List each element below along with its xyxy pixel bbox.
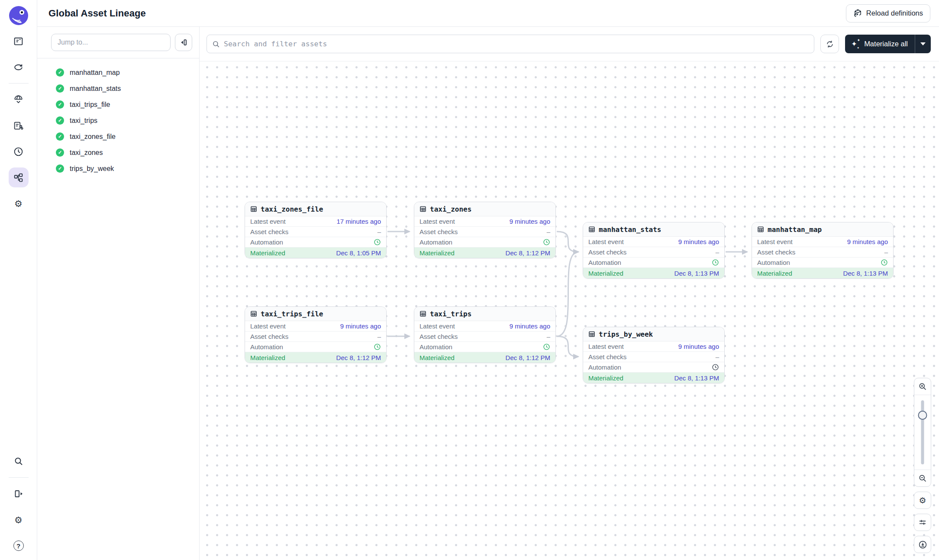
download-button[interactable] (914, 536, 931, 553)
asset-lineage-icon[interactable] (9, 167, 29, 187)
zoom-control-group (914, 378, 931, 487)
refresh-icon (826, 40, 834, 48)
automation-clock-icon (374, 238, 381, 246)
asset-checks-row: Asset checks– (245, 227, 386, 237)
asset-node-header[interactable]: manhattan_map (752, 222, 893, 237)
asset-node-taxi_trips[interactable]: taxi_trips Latest event9 minutes ago Ass… (414, 306, 556, 363)
table-icon (250, 310, 257, 317)
asset-list-item[interactable]: ✓ manhattan_map (37, 64, 199, 80)
asset-checks-row: Asset checks– (583, 247, 724, 257)
zoom-in-icon (918, 382, 927, 391)
asset-node-header[interactable]: taxi_trips (414, 307, 555, 321)
asset-node-header[interactable]: trips_by_week (583, 327, 724, 341)
asset-node-title: taxi_trips (430, 310, 471, 318)
search-icon[interactable] (9, 451, 29, 471)
automation-row: Automation (583, 362, 724, 373)
asset-list-item[interactable]: ✓ manhattan_stats (37, 80, 199, 97)
deployment-globe-icon[interactable] (9, 90, 29, 109)
materialized-check-icon: ✓ (56, 100, 64, 109)
zoom-in-button[interactable] (914, 378, 931, 395)
materialized-row: MaterializedDec 8, 1:05 PM (245, 248, 386, 258)
automation-row: Automation (583, 257, 724, 268)
asset-node-taxi_zones_file[interactable]: taxi_zones_file Latest event17 minutes a… (245, 202, 387, 258)
reload-definitions-label: Reload definitions (866, 9, 923, 17)
asset-list-item[interactable]: ✓ taxi_trips (37, 113, 199, 129)
zoom-out-button[interactable] (914, 470, 931, 486)
latest-event-row: Latest event9 minutes ago (245, 321, 386, 331)
filters-button[interactable] (914, 514, 931, 531)
materialized-row: MaterializedDec 8, 1:13 PM (752, 268, 893, 278)
asset-list-item[interactable]: ✓ taxi_zones_file (37, 129, 199, 145)
automation-clock-icon (881, 259, 888, 266)
asset-checks-row: Asset checks– (414, 227, 555, 237)
top-header: Global Asset Lineage Reload definitions (37, 0, 939, 27)
reload-cube-icon (853, 9, 862, 18)
search-icon (212, 40, 220, 48)
filters-icon (918, 518, 927, 527)
materialized-check-icon: ✓ (56, 116, 64, 125)
asset-node-manhattan_map[interactable]: manhattan_map Latest event9 minutes ago … (752, 222, 894, 279)
materialized-check-icon: ✓ (56, 164, 64, 173)
asset-search-box[interactable] (207, 35, 814, 53)
zoom-out-icon (918, 474, 927, 483)
asset-list-item-label: manhattan_stats (70, 85, 121, 93)
materialize-all-label: Materialize all (864, 40, 908, 48)
lineage-canvas[interactable]: taxi_zones_file Latest event17 minutes a… (200, 61, 939, 560)
help-icon[interactable]: ? (9, 536, 29, 556)
dagster-logo-icon[interactable] (9, 6, 28, 25)
expand-panel-icon[interactable] (9, 484, 29, 504)
graph-settings-button[interactable]: ⚙ (914, 492, 931, 509)
automation-row: Automation (245, 342, 386, 352)
rail-divider (9, 83, 29, 84)
asset-node-taxi_zones[interactable]: taxi_zones Latest event9 minutes ago Ass… (414, 202, 556, 258)
runs-icon[interactable] (9, 57, 29, 77)
asset-list-item-label: trips_by_week (70, 165, 114, 173)
zoom-slider-handle[interactable] (918, 411, 927, 420)
asset-node-header[interactable]: taxi_zones_file (245, 202, 386, 216)
latest-event-row: Latest event9 minutes ago (414, 321, 555, 331)
automation-gear-icon[interactable]: ⚙ (9, 193, 29, 213)
asset-list-item[interactable]: ✓ trips_by_week (37, 161, 199, 177)
materialized-check-icon: ✓ (56, 68, 64, 77)
asset-node-title: taxi_zones (430, 205, 471, 213)
collapse-panel-button[interactable] (175, 34, 192, 51)
asset-search-input[interactable] (224, 40, 809, 48)
asset-node-trips_by_week[interactable]: trips_by_week Latest event9 minutes ago … (583, 327, 725, 383)
latest-event-row: Latest event9 minutes ago (752, 237, 893, 247)
materialized-row: MaterializedDec 8, 1:13 PM (583, 373, 724, 383)
materialized-row: MaterializedDec 8, 1:13 PM (583, 268, 724, 278)
asset-list-panel: ✓ manhattan_map ✓ manhattan_stats ✓ taxi… (37, 27, 200, 560)
asset-node-title: taxi_zones_file (261, 205, 323, 213)
rail-divider (9, 477, 29, 478)
table-icon (588, 331, 595, 338)
asset-node-manhattan_stats[interactable]: manhattan_stats Latest event9 minutes ag… (583, 222, 725, 279)
download-icon (918, 540, 927, 549)
jobs-icon[interactable] (9, 116, 29, 135)
zoom-slider-track[interactable] (921, 400, 924, 464)
asset-node-header[interactable]: taxi_zones (414, 202, 555, 216)
asset-node-header[interactable]: taxi_trips_file (245, 307, 386, 321)
app-root: ⚙ ⚙ ? Global Asset Lineage Reload defini… (0, 0, 939, 560)
collapse-panel-icon (179, 38, 188, 47)
table-icon (588, 226, 595, 233)
zoom-slider[interactable] (914, 395, 931, 470)
materialize-all-button[interactable]: ✦✦✦ Materialize all (845, 35, 931, 53)
materialize-options-caret[interactable] (915, 35, 931, 53)
asset-node-taxi_trips_file[interactable]: taxi_trips_file Latest event9 minutes ag… (245, 306, 387, 363)
refresh-button[interactable] (820, 35, 839, 53)
table-icon (250, 206, 257, 212)
automation-clock-icon (712, 364, 719, 371)
asset-list-item[interactable]: ✓ taxi_zones (37, 145, 199, 161)
automation-row: Automation (414, 237, 555, 248)
latest-event-row: Latest event9 minutes ago (583, 341, 724, 352)
asset-node-header[interactable]: manhattan_stats (583, 222, 724, 237)
overview-icon[interactable] (9, 31, 29, 51)
schedules-clock-icon[interactable] (9, 142, 29, 161)
jump-to-input[interactable] (51, 34, 171, 51)
asset-list-item[interactable]: ✓ taxi_trips_file (37, 97, 199, 113)
materialized-row: MaterializedDec 8, 1:12 PM (414, 352, 555, 363)
table-icon (757, 226, 764, 233)
reload-definitions-button[interactable]: Reload definitions (846, 4, 930, 23)
settings-gear-icon[interactable]: ⚙ (9, 510, 29, 530)
automation-row: Automation (414, 342, 555, 352)
